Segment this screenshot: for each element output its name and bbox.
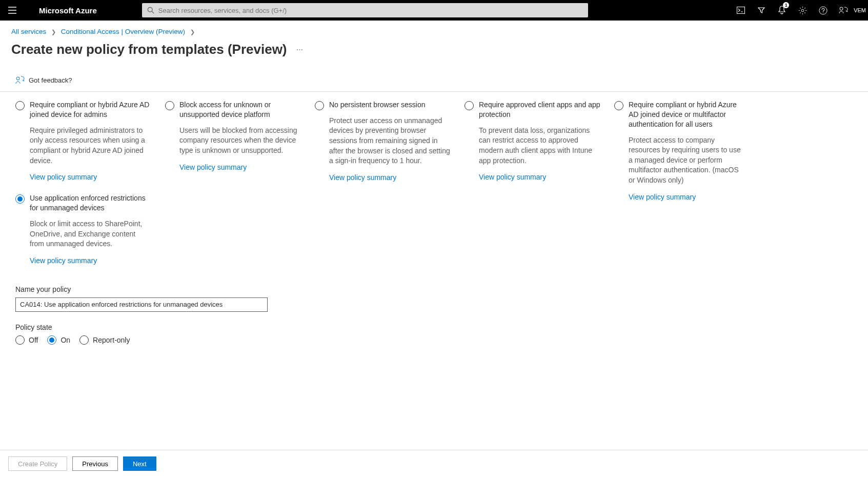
feedback-icon[interactable] — [833, 0, 854, 21]
settings-icon[interactable] — [792, 0, 813, 21]
brand-label: Microsoft Azure — [39, 6, 97, 15]
top-bar: Microsoft Azure 1 VEM — [0, 0, 868, 21]
view-policy-summary-link[interactable]: View policy summary — [329, 173, 396, 182]
view-policy-summary-link[interactable]: View policy summary — [479, 173, 546, 181]
template-title: Require compliant or hybrid Azure AD joi… — [30, 100, 152, 120]
policy-state-section: Policy state Off On Report-only — [15, 323, 857, 345]
notification-badge: 1 — [783, 2, 789, 8]
template-column: Require approved client apps and app pro… — [465, 100, 601, 265]
template-card: Use application enforced restrictions fo… — [15, 193, 152, 265]
radio-label: On — [60, 336, 70, 344]
policy-state-radios: Off On Report-only — [15, 335, 857, 345]
template-column: No persistent browser session Protect us… — [315, 100, 451, 265]
view-policy-summary-link[interactable]: View policy summary — [629, 193, 696, 201]
policy-name-label: Name your policy — [15, 285, 857, 293]
breadcrumb-link-conditional-access[interactable]: Conditional Access | Overview (Preview) — [61, 28, 185, 35]
page-title: Create new policy from templates (Previe… — [11, 42, 287, 57]
chevron-right-icon: ❯ — [190, 29, 195, 35]
view-policy-summary-link[interactable]: View policy summary — [30, 173, 97, 181]
svg-point-6 — [16, 77, 19, 80]
template-column: Block access for unknown or unsupported … — [165, 100, 301, 265]
template-title: No persistent browser session — [329, 100, 451, 110]
radio-icon — [15, 335, 25, 345]
form-section: Name your policy Policy state Off On Rep… — [0, 280, 868, 360]
template-column: Require compliant or hybrid Azure AD joi… — [15, 100, 152, 265]
radio-icon — [79, 335, 89, 345]
top-icons: 1 VEM — [731, 0, 868, 21]
view-policy-summary-link[interactable]: View policy summary — [30, 256, 97, 265]
svg-point-3 — [801, 9, 804, 12]
more-actions-icon[interactable]: ⋯ — [296, 46, 303, 53]
template-card: Require compliant or hybrid Azure AD joi… — [15, 100, 152, 181]
templates-grid: Require compliant or hybrid Azure AD joi… — [0, 92, 868, 280]
tenant-label: VEM — [854, 7, 868, 13]
search-wrap — [142, 3, 588, 17]
svg-point-0 — [148, 7, 152, 12]
view-policy-summary-link[interactable]: View policy summary — [179, 163, 247, 171]
template-desc: Block or limit access to SharePoint, One… — [30, 219, 152, 249]
radio-label: Off — [29, 336, 38, 344]
filter-icon[interactable] — [751, 0, 772, 21]
search-box[interactable] — [142, 3, 588, 17]
search-icon — [147, 7, 154, 14]
policy-name-input[interactable] — [15, 297, 268, 312]
template-desc: Protect user access on unmanaged devices… — [329, 116, 451, 166]
template-column: Require compliant or hybrid Azure AD joi… — [614, 100, 741, 265]
help-icon[interactable] — [813, 0, 833, 21]
template-desc: Protect access to company resources by r… — [629, 135, 741, 186]
template-radio[interactable] — [614, 101, 623, 110]
feedback-bar[interactable]: Got feedback? — [0, 69, 868, 92]
feedback-text: Got feedback? — [29, 76, 72, 84]
policy-state-option-off[interactable]: Off — [15, 335, 38, 345]
breadcrumb-link-all-services[interactable]: All services — [11, 28, 46, 35]
radio-icon — [47, 335, 56, 345]
template-title: Use application enforced restrictions fo… — [30, 193, 152, 213]
template-card: Require approved client apps and app pro… — [465, 100, 601, 181]
template-radio[interactable] — [15, 194, 25, 204]
hamburger-menu-icon[interactable] — [8, 0, 29, 21]
policy-state-option-report-only[interactable]: Report-only — [79, 335, 130, 345]
template-desc: Require privileged administrators to onl… — [30, 126, 152, 166]
breadcrumb: All services ❯ Conditional Access | Over… — [0, 21, 868, 39]
svg-point-4 — [819, 6, 827, 14]
search-input[interactable] — [158, 7, 583, 14]
policy-state-label: Policy state — [15, 323, 857, 331]
template-title: Block access for unknown or unsupported … — [179, 100, 301, 120]
policy-state-option-on[interactable]: On — [47, 335, 70, 345]
radio-label: Report-only — [93, 336, 130, 344]
template-radio[interactable] — [165, 101, 174, 110]
template-desc: To prevent data loss, organizations can … — [479, 126, 601, 166]
template-desc: Users will be blocked from accessing com… — [179, 126, 301, 156]
notifications-icon[interactable]: 1 — [772, 0, 792, 21]
person-feedback-icon — [15, 76, 25, 84]
template-title: Require compliant or hybrid Azure AD joi… — [629, 100, 741, 129]
svg-point-5 — [840, 7, 843, 10]
chevron-right-icon: ❯ — [51, 29, 56, 35]
template-card: Require compliant or hybrid Azure AD joi… — [614, 100, 741, 201]
svg-line-1 — [152, 11, 154, 13]
template-radio[interactable] — [315, 101, 324, 110]
svg-rect-2 — [737, 7, 745, 14]
template-title: Require approved client apps and app pro… — [479, 100, 601, 120]
template-card: No persistent browser session Protect us… — [315, 100, 451, 182]
page-title-row: Create new policy from templates (Previe… — [0, 39, 868, 64]
template-radio[interactable] — [15, 101, 25, 110]
template-radio[interactable] — [465, 101, 474, 110]
cloud-shell-icon[interactable] — [731, 0, 751, 21]
template-card: Block access for unknown or unsupported … — [165, 100, 301, 171]
